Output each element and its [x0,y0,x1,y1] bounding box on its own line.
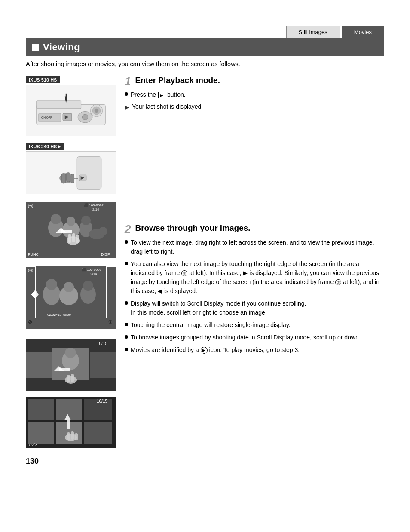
svg-text:⬛ 100-0002: ⬛ 100-0002 [84,203,104,207]
step1-bullet2-text: Your last shot is displayed. [132,102,203,111]
svg-text:DISP: DISP [101,252,110,257]
step2-bullet4: Touching the central image will restore … [125,321,384,330]
playback-icon: ▶ [158,92,165,98]
svg-rect-77 [84,422,112,444]
svg-point-47 [64,282,74,292]
svg-rect-81 [67,432,70,440]
tab-still-images[interactable]: Still Images [286,26,340,38]
device2-badge-wrapper: IXUS 240 HS ▶ [26,142,116,194]
svg-point-45 [46,279,57,290]
step2-bullet1: To view the next image, drag right to le… [125,238,384,256]
step1-section: 1 Enter Playback mode. Press the ▶ butto… [125,76,384,112]
photo3-wrapper: 10/15 [26,339,116,391]
svg-text:02/02/'12  40:00: 02/02/'12 40:00 [47,313,71,317]
photo1-wrapper: (•)) ⬛ 100-0002 2/14 FUNC DISP [26,202,116,258]
svg-rect-31 [61,230,72,233]
device2-badge-arrow: ▶ [58,144,61,149]
bullet-dot-1 [125,92,128,96]
step2-bullet6: Movies are identified by a ▶ icon. To pl… [125,345,384,355]
page-title: Viewing [43,42,80,53]
svg-rect-7 [66,93,67,99]
device1-badge-wrapper: IXUS 510 HS ON/OFF [26,76,116,136]
photo1-svg: (•)) ⬛ 100-0002 2/14 FUNC DISP [26,202,116,258]
svg-rect-82 [71,431,74,440]
step1-bullet1-text: Press the ▶ button. [131,90,186,99]
step2-bullet5-text: To browse images grouped by shooting dat… [131,333,361,342]
svg-text:FUNC: FUNC [28,252,39,257]
photo3: 10/15 [26,339,116,391]
svg-text:(•)): (•)) [28,204,33,208]
photo4-svg: 10/15 02/2 [26,397,116,448]
main-content: IXUS 510 HS ON/OFF [26,76,384,448]
svg-text:②: ② [28,319,32,324]
bullet-dot-2 [125,240,128,244]
bullet-dot-7 [125,348,128,351]
device2-badge: IXUS 240 HS ▶ [26,143,64,150]
bullet-dot-5 [125,323,128,326]
svg-rect-13 [77,156,101,189]
step1-title: Enter Playback mode. [135,76,220,85]
bullet-arrow-1: ▶ [125,103,129,112]
svg-rect-33 [68,234,71,243]
svg-text:⬛ 100-0002: ⬛ 100-0002 [82,267,102,272]
device1-badge: IXUS 510 HS [26,76,60,83]
step2-number: 2 [125,223,131,235]
svg-point-23 [51,214,61,224]
svg-point-27 [81,216,91,225]
step2-bullet2: You can also view the next image by touc… [125,260,384,296]
step2-header: 2 Browse through your images. [125,223,384,235]
svg-text:02/2: 02/2 [29,443,37,447]
circle-2-icon: ② [335,279,341,285]
svg-rect-62 [90,352,116,378]
step1-number: 1 [125,76,131,87]
svg-rect-17 [61,173,65,183]
title-bar-icon [32,44,39,51]
step2-bullet3: Display will switch to Scroll Display mo… [125,299,384,317]
bullet-dot-4 [125,301,128,305]
title-bar: Viewing [26,38,384,56]
step1-bullet2: ▶ Your last shot is displayed. [125,102,384,112]
svg-point-64 [65,348,76,358]
step2-bullet2-text: You can also view the next image by touc… [131,260,384,296]
svg-text:10/15: 10/15 [97,399,107,404]
svg-rect-60 [26,352,52,378]
photo4: 10/15 02/2 [26,397,116,448]
intro-text: After shooting images or movies, you can… [26,61,384,71]
photo1: (•)) ⬛ 100-0002 2/14 FUNC DISP [26,202,116,258]
svg-text:2/14: 2/14 [90,272,97,276]
tab-movies[interactable]: Movies [342,26,384,38]
camera-2-image [26,151,116,194]
svg-point-12 [95,108,98,112]
page-number: 130 [26,457,384,466]
svg-rect-83 [75,433,78,440]
svg-rect-66 [59,368,70,371]
camera-2-svg [30,155,112,191]
svg-text:(•)): (•)) [28,268,33,272]
photo2: (•)) ⬛ 100-0002 2/14 02/02/'12 40:00 ② ① [26,266,116,329]
bullet-dot-3 [125,262,128,265]
step2-bullet3-text: Display will switch to Scroll Display mo… [131,299,306,317]
tabs-row: Still Images Movies [26,26,384,38]
svg-rect-34 [72,233,75,242]
camera-1-image: ON/OFF [26,85,116,136]
svg-rect-69 [71,374,74,382]
camera-1-svg: ON/OFF [30,92,112,129]
svg-text:①: ① [108,319,113,324]
circle-1-icon: ① [181,270,187,276]
svg-point-25 [67,217,75,226]
svg-rect-19 [71,174,74,183]
left-column: IXUS 510 HS ON/OFF [26,76,116,448]
photo2-wrapper: (•)) ⬛ 100-0002 2/14 02/02/'12 40:00 ② ① [26,266,116,329]
step2-bullet4-text: Touching the central image will restore … [131,321,291,330]
step1-header: 1 Enter Playback mode. [125,76,384,87]
svg-point-9 [82,114,88,120]
photo3-svg: 10/15 [26,339,116,391]
svg-rect-68 [67,375,70,382]
svg-text:10/15: 10/15 [97,341,107,346]
step2-bullet1-text: To view the next image, drag right to le… [131,238,384,256]
play-circle-icon: ▶ [201,347,208,354]
svg-text:2/14: 2/14 [92,208,99,211]
photo4-wrapper: 10/15 02/2 [26,397,116,448]
svg-point-49 [83,281,93,291]
svg-rect-79 [67,420,70,429]
